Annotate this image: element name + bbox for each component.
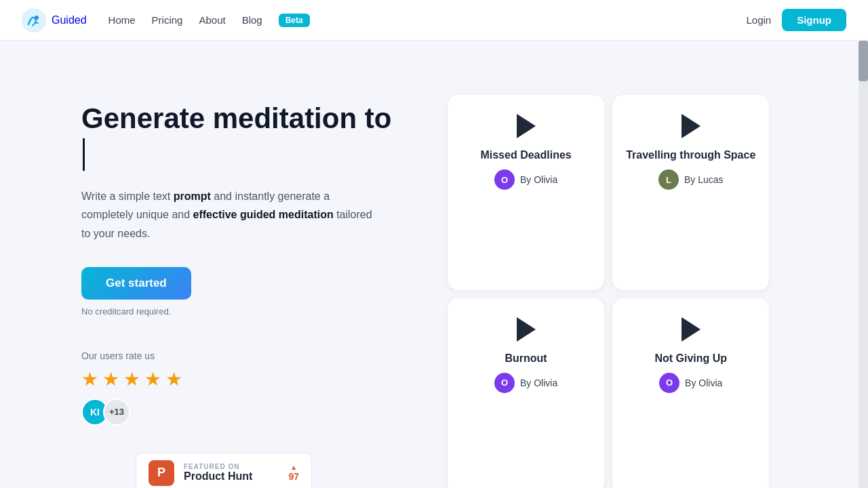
svg-point-0 xyxy=(22,8,46,33)
meditation-cards-grid: Missed DeadlinesOBy OliviaTravelling thr… xyxy=(448,81,769,488)
scrollbar-thumb[interactable] xyxy=(859,41,868,81)
author-name: By Lucas xyxy=(684,174,724,185)
hero-section: Generate meditation to Write a simple te… xyxy=(81,81,420,488)
play-button[interactable] xyxy=(682,114,701,138)
nav-logo[interactable]: Guided xyxy=(22,8,87,33)
play-button[interactable] xyxy=(517,317,536,342)
author-avatar: O xyxy=(659,373,679,393)
nav-blog[interactable]: Blog xyxy=(242,14,262,26)
page-wrapper: Generate meditation to Write a simple te… xyxy=(0,41,868,488)
stars-row: ★ ★ ★ ★ ★ xyxy=(81,368,420,390)
meditation-card[interactable]: Travelling through SpaceLBy Lucas xyxy=(612,95,769,290)
star-4: ★ xyxy=(144,368,161,390)
author-name: By Olivia xyxy=(520,174,557,185)
rating-label: Our users rate us xyxy=(81,350,420,361)
scrollbar[interactable] xyxy=(859,41,868,488)
nav-links: Home Pricing About Blog Beta xyxy=(108,14,747,27)
avatars-row: KI +13 xyxy=(81,399,420,426)
star-2: ★ xyxy=(102,368,119,390)
card-author: OBy Olivia xyxy=(494,373,557,393)
meditation-card[interactable]: Missed DeadlinesOBy Olivia xyxy=(448,95,604,290)
author-avatar: O xyxy=(494,169,515,190)
beta-badge: Beta xyxy=(279,14,310,27)
nav-actions: Login Signup xyxy=(746,9,846,31)
star-5: ★ xyxy=(165,368,182,390)
card-title: Travelling through Space xyxy=(626,149,755,161)
vote-count: 97 xyxy=(288,471,299,482)
avatar-count: +13 xyxy=(103,399,130,426)
author-name: By Olivia xyxy=(520,378,557,388)
product-hunt-votes: ▲ 97 xyxy=(288,464,299,482)
main-content: Generate meditation to Write a simple te… xyxy=(0,41,859,488)
product-hunt-icon: P xyxy=(149,460,174,486)
upvote-arrow: ▲ xyxy=(290,464,297,471)
nav-logo-label: Guided xyxy=(52,14,87,26)
login-button[interactable]: Login xyxy=(746,14,771,26)
play-button[interactable] xyxy=(682,317,701,342)
card-author: LBy Lucas xyxy=(658,169,724,190)
navbar: Guided Home Pricing About Blog Beta Logi… xyxy=(0,0,868,41)
featured-label: FEATURED ON xyxy=(184,463,279,470)
card-title: Missed Deadlines xyxy=(480,149,571,161)
card-title: Burnout xyxy=(505,352,547,365)
product-hunt-name: Product Hunt xyxy=(184,470,279,483)
author-name: By Olivia xyxy=(685,378,722,388)
meditation-card[interactable]: Not Giving UpOBy Olivia xyxy=(612,298,769,488)
card-title: Not Giving Up xyxy=(654,352,727,365)
nav-about[interactable]: About xyxy=(199,14,225,26)
author-avatar: L xyxy=(658,169,679,190)
hero-title: Generate meditation to xyxy=(81,102,420,171)
meditation-card[interactable]: BurnoutOBy Olivia xyxy=(448,298,604,488)
card-author: OBy Olivia xyxy=(494,169,557,190)
star-3: ★ xyxy=(123,368,140,390)
svg-point-1 xyxy=(35,16,39,20)
hero-description: Write a simple text prompt and instantly… xyxy=(81,187,380,243)
author-avatar: O xyxy=(494,373,515,393)
nav-pricing[interactable]: Pricing xyxy=(152,14,183,26)
rating-section: Our users rate us ★ ★ ★ ★ ★ KI +13 xyxy=(81,350,420,426)
signup-button[interactable]: Signup xyxy=(782,9,846,31)
get-started-button[interactable]: Get started xyxy=(81,267,191,300)
card-author: OBy Olivia xyxy=(659,373,722,393)
product-hunt-text: FEATURED ON Product Hunt xyxy=(184,463,279,483)
no-creditcard-text: No creditcard required. xyxy=(81,306,420,317)
product-hunt-badge[interactable]: P FEATURED ON Product Hunt ▲ 97 xyxy=(136,453,312,488)
cursor xyxy=(83,138,85,171)
star-1: ★ xyxy=(81,368,98,390)
nav-home[interactable]: Home xyxy=(108,14,136,26)
play-button[interactable] xyxy=(517,114,536,138)
